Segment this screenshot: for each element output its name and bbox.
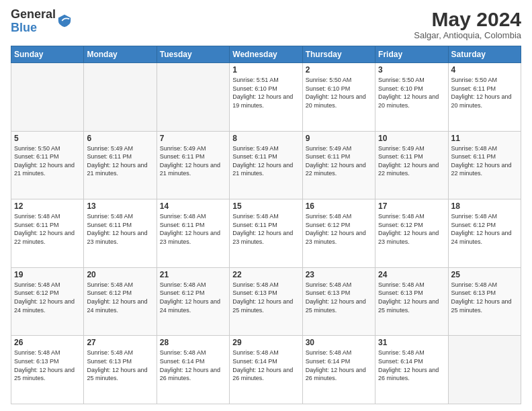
col-monday: Monday xyxy=(84,46,157,63)
day-number: 26 xyxy=(14,338,81,347)
day-number: 15 xyxy=(232,201,299,211)
day-info: Sunrise: 5:48 AM Sunset: 6:13 PM Dayligh… xyxy=(232,281,299,314)
day-number: 6 xyxy=(87,134,153,143)
logo: General Blue xyxy=(11,8,72,35)
month-year: May 2024 xyxy=(414,8,521,30)
day-info: Sunrise: 5:48 AM Sunset: 6:11 PM Dayligh… xyxy=(14,212,81,246)
day-number: 16 xyxy=(306,201,372,211)
day-number: 23 xyxy=(306,270,372,279)
day-info: Sunrise: 5:48 AM Sunset: 6:12 PM Dayligh… xyxy=(87,281,153,314)
table-row: 3Sunrise: 5:50 AM Sunset: 6:10 PM Daylig… xyxy=(375,63,448,132)
table-row: 5Sunrise: 5:50 AM Sunset: 6:11 PM Daylig… xyxy=(11,131,84,199)
table-row xyxy=(157,63,229,132)
table-row: 22Sunrise: 5:48 AM Sunset: 6:13 PM Dayli… xyxy=(230,267,302,336)
day-number: 2 xyxy=(306,65,372,75)
table-row xyxy=(84,63,157,132)
day-number: 27 xyxy=(87,338,153,347)
table-row: 4Sunrise: 5:50 AM Sunset: 6:11 PM Daylig… xyxy=(448,63,521,132)
col-friday: Friday xyxy=(375,46,448,63)
calendar-week-2: 5Sunrise: 5:50 AM Sunset: 6:11 PM Daylig… xyxy=(11,131,521,199)
table-row: 17Sunrise: 5:48 AM Sunset: 6:12 PM Dayli… xyxy=(375,199,448,268)
day-number: 28 xyxy=(160,338,226,347)
table-row: 11Sunrise: 5:48 AM Sunset: 6:11 PM Dayli… xyxy=(448,131,521,199)
table-row: 1Sunrise: 5:51 AM Sunset: 6:10 PM Daylig… xyxy=(230,63,302,132)
day-number: 29 xyxy=(232,338,299,347)
calendar-week-1: 1Sunrise: 5:51 AM Sunset: 6:10 PM Daylig… xyxy=(11,63,521,132)
table-row: 27Sunrise: 5:48 AM Sunset: 6:13 PM Dayli… xyxy=(84,336,157,404)
day-info: Sunrise: 5:48 AM Sunset: 6:13 PM Dayligh… xyxy=(378,281,445,314)
day-info: Sunrise: 5:49 AM Sunset: 6:11 PM Dayligh… xyxy=(306,144,372,178)
calendar-week-5: 26Sunrise: 5:48 AM Sunset: 6:13 PM Dayli… xyxy=(11,336,521,404)
table-row: 8Sunrise: 5:49 AM Sunset: 6:11 PM Daylig… xyxy=(230,131,302,199)
day-info: Sunrise: 5:50 AM Sunset: 6:10 PM Dayligh… xyxy=(378,76,445,109)
day-number: 10 xyxy=(378,134,445,143)
col-sunday: Sunday xyxy=(11,46,84,63)
day-info: Sunrise: 5:49 AM Sunset: 6:11 PM Dayligh… xyxy=(160,144,226,178)
day-info: Sunrise: 5:48 AM Sunset: 6:13 PM Dayligh… xyxy=(87,349,153,382)
table-row: 9Sunrise: 5:49 AM Sunset: 6:11 PM Daylig… xyxy=(302,131,375,199)
table-row: 10Sunrise: 5:49 AM Sunset: 6:11 PM Dayli… xyxy=(375,131,448,199)
day-info: Sunrise: 5:48 AM Sunset: 6:14 PM Dayligh… xyxy=(306,349,372,382)
logo-general: General xyxy=(11,8,56,21)
day-info: Sunrise: 5:49 AM Sunset: 6:11 PM Dayligh… xyxy=(87,144,153,178)
table-row: 6Sunrise: 5:49 AM Sunset: 6:11 PM Daylig… xyxy=(84,131,157,199)
title-block: May 2024 Salgar, Antioquia, Colombia xyxy=(414,8,521,40)
day-info: Sunrise: 5:48 AM Sunset: 6:13 PM Dayligh… xyxy=(451,281,518,314)
day-number: 13 xyxy=(87,201,153,211)
day-number: 11 xyxy=(451,134,518,143)
day-info: Sunrise: 5:48 AM Sunset: 6:12 PM Dayligh… xyxy=(160,281,226,314)
day-info: Sunrise: 5:48 AM Sunset: 6:12 PM Dayligh… xyxy=(378,212,445,246)
day-info: Sunrise: 5:48 AM Sunset: 6:12 PM Dayligh… xyxy=(306,212,372,246)
table-row: 18Sunrise: 5:48 AM Sunset: 6:12 PM Dayli… xyxy=(448,199,521,268)
day-info: Sunrise: 5:48 AM Sunset: 6:11 PM Dayligh… xyxy=(160,212,226,246)
day-number: 14 xyxy=(160,201,226,211)
day-info: Sunrise: 5:48 AM Sunset: 6:11 PM Dayligh… xyxy=(87,212,153,246)
logo-icon xyxy=(57,13,72,28)
day-number: 21 xyxy=(160,270,226,279)
day-number: 4 xyxy=(451,65,518,75)
day-number: 19 xyxy=(14,270,81,279)
table-row: 29Sunrise: 5:48 AM Sunset: 6:14 PM Dayli… xyxy=(230,336,302,404)
day-info: Sunrise: 5:48 AM Sunset: 6:13 PM Dayligh… xyxy=(306,281,372,314)
day-info: Sunrise: 5:48 AM Sunset: 6:11 PM Dayligh… xyxy=(232,212,299,246)
col-thursday: Thursday xyxy=(302,46,375,63)
day-number: 1 xyxy=(232,65,299,75)
day-info: Sunrise: 5:49 AM Sunset: 6:11 PM Dayligh… xyxy=(378,144,445,178)
calendar: Sunday Monday Tuesday Wednesday Thursday… xyxy=(11,46,521,404)
day-number: 8 xyxy=(232,134,299,143)
day-info: Sunrise: 5:49 AM Sunset: 6:11 PM Dayligh… xyxy=(232,144,299,178)
logo-text: General Blue xyxy=(11,8,56,35)
day-info: Sunrise: 5:48 AM Sunset: 6:14 PM Dayligh… xyxy=(160,349,226,382)
col-wednesday: Wednesday xyxy=(230,46,302,63)
day-number: 24 xyxy=(378,270,445,279)
day-info: Sunrise: 5:48 AM Sunset: 6:12 PM Dayligh… xyxy=(14,281,81,314)
table-row: 2Sunrise: 5:50 AM Sunset: 6:10 PM Daylig… xyxy=(302,63,375,132)
day-number: 12 xyxy=(14,201,81,211)
table-row xyxy=(11,63,84,132)
header: General Blue May 2024 Salgar, Antioquia,… xyxy=(11,8,521,40)
day-info: Sunrise: 5:48 AM Sunset: 6:14 PM Dayligh… xyxy=(378,349,445,382)
location: Salgar, Antioquia, Colombia xyxy=(414,30,521,40)
day-number: 25 xyxy=(451,270,518,279)
day-info: Sunrise: 5:50 AM Sunset: 6:10 PM Dayligh… xyxy=(306,76,372,109)
table-row: 24Sunrise: 5:48 AM Sunset: 6:13 PM Dayli… xyxy=(375,267,448,336)
table-row: 7Sunrise: 5:49 AM Sunset: 6:11 PM Daylig… xyxy=(157,131,229,199)
col-tuesday: Tuesday xyxy=(157,46,229,63)
table-row: 19Sunrise: 5:48 AM Sunset: 6:12 PM Dayli… xyxy=(11,267,84,336)
day-number: 17 xyxy=(378,201,445,211)
calendar-header-row: Sunday Monday Tuesday Wednesday Thursday… xyxy=(11,46,521,63)
day-number: 22 xyxy=(232,270,299,279)
page: General Blue May 2024 Salgar, Antioquia,… xyxy=(0,0,532,411)
day-info: Sunrise: 5:50 AM Sunset: 6:11 PM Dayligh… xyxy=(14,144,81,178)
day-number: 9 xyxy=(306,134,372,143)
day-number: 5 xyxy=(14,134,81,143)
day-info: Sunrise: 5:48 AM Sunset: 6:11 PM Dayligh… xyxy=(451,144,518,178)
table-row: 16Sunrise: 5:48 AM Sunset: 6:12 PM Dayli… xyxy=(302,199,375,268)
table-row: 25Sunrise: 5:48 AM Sunset: 6:13 PM Dayli… xyxy=(448,267,521,336)
table-row: 12Sunrise: 5:48 AM Sunset: 6:11 PM Dayli… xyxy=(11,199,84,268)
table-row: 31Sunrise: 5:48 AM Sunset: 6:14 PM Dayli… xyxy=(375,336,448,404)
day-number: 7 xyxy=(160,134,226,143)
day-info: Sunrise: 5:48 AM Sunset: 6:12 PM Dayligh… xyxy=(451,212,518,246)
day-info: Sunrise: 5:48 AM Sunset: 6:14 PM Dayligh… xyxy=(232,349,299,382)
day-info: Sunrise: 5:48 AM Sunset: 6:13 PM Dayligh… xyxy=(14,349,81,382)
